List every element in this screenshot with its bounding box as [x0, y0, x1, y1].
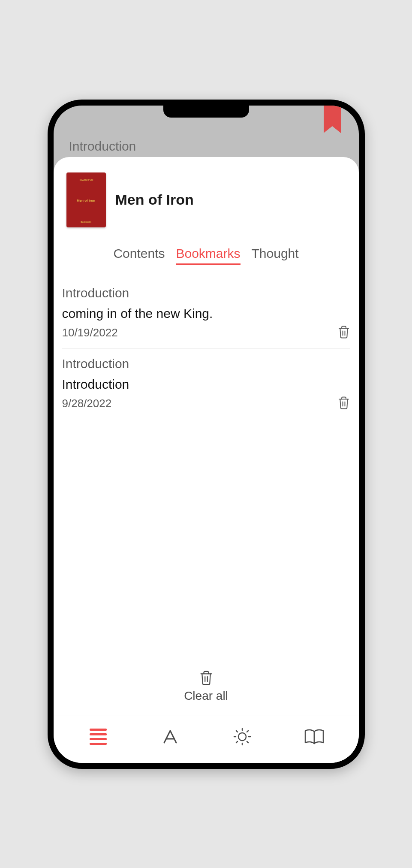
font-icon — [161, 727, 180, 746]
trash-icon — [337, 396, 350, 410]
toolbar-contents-button[interactable] — [87, 725, 110, 748]
bookmark-snippet: Introduction — [62, 377, 350, 392]
bookmark-item[interactable]: Introduction Introduction 9/28/2022 — [62, 349, 350, 419]
phone-frame: Introduction Howard Pyle Men of Iron Boo… — [48, 100, 365, 769]
delete-bookmark-button[interactable] — [337, 325, 350, 341]
bookmark-snippet: coming in of the new King. — [62, 306, 350, 321]
sun-icon — [232, 727, 252, 747]
clear-all-button[interactable]: Clear all — [54, 662, 359, 716]
open-book-icon — [304, 727, 325, 746]
tab-bookmarks[interactable]: Bookmarks — [176, 246, 240, 265]
tabs: Contents Bookmarks Thought — [54, 236, 359, 278]
bookmark-date: 10/19/2022 — [62, 326, 118, 339]
book-header: Howard Pyle Men of Iron Bookbooks Men of… — [54, 157, 359, 236]
trash-icon — [337, 325, 350, 339]
svg-point-7 — [238, 733, 246, 741]
bookmark-chapter: Introduction — [62, 286, 350, 300]
tab-thought[interactable]: Thought — [252, 246, 299, 265]
bookmarks-sheet: Howard Pyle Men of Iron Bookbooks Men of… — [54, 157, 359, 763]
toolbar-font-button[interactable] — [159, 725, 182, 748]
bookmark-list[interactable]: Introduction coming in of the new King. … — [54, 278, 359, 662]
bookmark-chapter: Introduction — [62, 357, 350, 371]
delete-bookmark-button[interactable] — [337, 396, 350, 411]
svg-line-15 — [247, 731, 248, 732]
clear-all-label: Clear all — [184, 689, 228, 703]
bookmark-ribbon-icon[interactable] — [323, 106, 342, 136]
cover-title: Men of Iron — [77, 199, 95, 203]
bookmark-date: 9/28/2022 — [62, 397, 112, 410]
background-chapter-title: Introduction — [69, 139, 136, 154]
bookmark-item[interactable]: Introduction coming in of the new King. … — [62, 278, 350, 349]
tab-contents[interactable]: Contents — [113, 246, 165, 265]
cover-publisher: Bookbooks — [81, 221, 91, 223]
toolbar-brightness-button[interactable] — [231, 725, 254, 748]
list-icon — [90, 729, 107, 745]
bottom-toolbar — [54, 716, 359, 763]
toolbar-reading-button[interactable] — [303, 725, 326, 748]
notch — [163, 106, 249, 118]
svg-line-12 — [236, 731, 238, 732]
svg-line-14 — [236, 741, 238, 743]
svg-line-13 — [247, 741, 248, 743]
book-title: Men of Iron — [115, 191, 194, 208]
screen: Introduction Howard Pyle Men of Iron Boo… — [54, 106, 359, 763]
trash-icon — [199, 670, 214, 686]
book-cover[interactable]: Howard Pyle Men of Iron Bookbooks — [66, 172, 106, 227]
cover-author: Howard Pyle — [78, 178, 93, 181]
